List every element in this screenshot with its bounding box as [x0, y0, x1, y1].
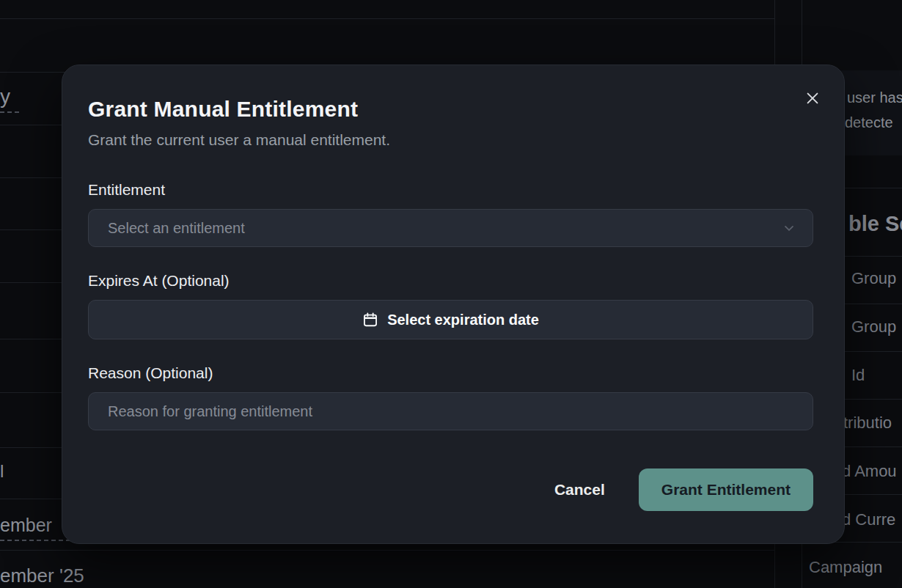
bg-right-section-heading-fragment: ble Se: [848, 212, 902, 236]
bg-right-text-fragment: detecte: [845, 114, 893, 131]
expires-label: Expires At (Optional): [88, 272, 813, 290]
grant-entitlement-button[interactable]: Grant Entitlement: [639, 468, 813, 511]
entitlement-select[interactable]: Select an entitlement: [88, 209, 813, 247]
entitlement-select-placeholder: Select an entitlement: [108, 220, 245, 237]
reason-field: Reason (Optional): [88, 364, 813, 430]
expiration-date-button[interactable]: Select expiration date: [88, 300, 813, 339]
table-row-divider: [0, 550, 774, 551]
close-button[interactable]: [803, 89, 822, 108]
chevron-down-icon: [782, 221, 796, 235]
reason-label: Reason (Optional): [88, 364, 813, 382]
bg-right-row-fragment: tributio: [843, 414, 892, 433]
close-icon: [804, 90, 821, 106]
expiration-date-button-label: Select expiration date: [387, 312, 539, 328]
calendar-icon: [362, 312, 378, 328]
dialog-subtitle: Grant the current user a manual entitlem…: [88, 131, 813, 149]
bg-right-row-fragment: Id: [851, 366, 865, 385]
bg-right-text-fragment: user has: [847, 89, 902, 106]
bg-left-text-fragment: ember '25: [0, 565, 84, 587]
dialog-title: Grant Manual Entitlement: [88, 96, 813, 122]
expires-field: Expires At (Optional) Select expiration …: [88, 272, 813, 339]
grant-manual-entitlement-dialog: Grant Manual Entitlement Grant the curre…: [62, 65, 845, 544]
bg-right-row-fragment: d Curre: [842, 510, 895, 529]
cancel-button[interactable]: Cancel: [554, 481, 605, 499]
dialog-footer: Cancel Grant Entitlement: [88, 468, 813, 511]
bg-right-row-fragment: Group: [851, 317, 896, 337]
entitlement-label: Entitlement: [88, 181, 813, 199]
bg-right-row-fragment: Campaign: [809, 558, 882, 577]
bg-left-text-fragment: y: [0, 85, 10, 109]
entitlement-field: Entitlement Select an entitlement: [88, 181, 813, 247]
reason-input[interactable]: [88, 392, 813, 430]
dashed-underline: [0, 111, 19, 113]
bg-right-row-fragment: Group: [851, 269, 896, 288]
bg-left-text-fragment: ember: [0, 515, 52, 536]
bg-left-text-fragment: l: [0, 461, 4, 482]
bg-right-row-fragment: d Amou: [842, 462, 897, 481]
table-row-divider: [0, 18, 774, 19]
